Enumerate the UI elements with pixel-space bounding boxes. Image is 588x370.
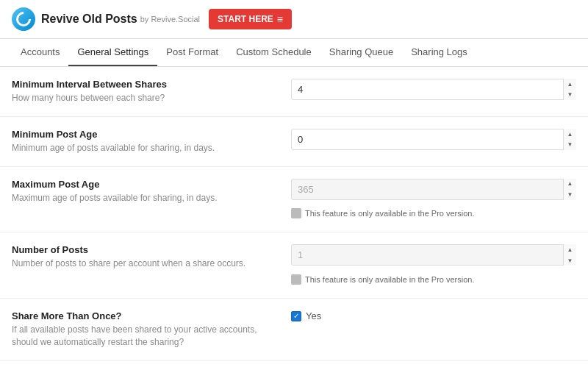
input-spinner: ▲ ▼: [563, 244, 576, 266]
setting-input-col: ▲ ▼: [291, 79, 576, 100]
app-header: Revive Old Posts by Revive.Social START …: [0, 0, 588, 39]
tab-sharing-logs[interactable]: Sharing Logs: [402, 39, 476, 66]
setting-title: Number of Posts: [12, 244, 276, 255]
setting-label-col: Number of Posts Number of posts to share…: [12, 244, 291, 270]
input-spinner: ▲ ▼: [563, 179, 576, 200]
spinner-down[interactable]: ▼: [564, 90, 576, 101]
spinner-down[interactable]: ▼: [564, 255, 576, 266]
setting-desc: If all available posts have been shared …: [12, 324, 276, 349]
pro-icon: [291, 208, 301, 218]
spinner-down[interactable]: ▼: [564, 139, 576, 150]
setting-label-col: Minimum Post Age Minimum age of posts av…: [12, 129, 291, 154]
tab-sharing-queue[interactable]: Sharing Queue: [320, 39, 402, 66]
minimum-interval-input[interactable]: [291, 79, 576, 100]
minimum-post-age-input[interactable]: [291, 129, 576, 150]
setting-input-col: ▲ ▼: [291, 244, 576, 266]
pro-notice: This feature is only available in the Pr…: [12, 270, 475, 286]
setting-input-col: ▲ ▼: [291, 179, 576, 200]
setting-input-col: ▲ ▼: [291, 129, 576, 150]
pro-row-content: Number of Posts Number of posts to share…: [12, 244, 576, 270]
setting-input-col: Yes: [291, 310, 576, 321]
start-here-button[interactable]: START HERE: [209, 9, 292, 29]
share-more-checkbox[interactable]: [291, 311, 301, 321]
spinner-up[interactable]: ▲: [564, 179, 576, 190]
setting-desc: Number of posts to share per account whe…: [12, 257, 276, 270]
share-more-label: Yes: [306, 310, 321, 321]
pro-notice-text: This feature is only available in the Pr…: [305, 275, 475, 284]
maximum-post-age-input[interactable]: [291, 179, 576, 200]
pro-row-content: Maximum Post Age Maximum age of posts av…: [12, 179, 576, 204]
setting-title: Maximum Post Age: [12, 179, 276, 190]
pro-notice-text: This feature is only available in the Pr…: [305, 209, 475, 218]
tab-accounts[interactable]: Accounts: [12, 39, 68, 66]
app-title: Revive Old Posts: [41, 13, 137, 26]
pro-notice: This feature is only available in the Pr…: [12, 204, 475, 220]
tab-general-settings[interactable]: General Settings: [68, 39, 157, 66]
setting-label-col: Minimum Interval Between Shares How many…: [12, 79, 291, 104]
setting-desc: Minimum age of posts available for shari…: [12, 142, 276, 154]
app-logo: [12, 7, 35, 31]
checkbox-wrapper: Yes: [291, 310, 321, 321]
setting-minimum-post-age: Minimum Post Age Minimum age of posts av…: [0, 117, 588, 167]
settings-content: Minimum Interval Between Shares How many…: [0, 67, 588, 370]
setting-label-col: Share More Than Once? If all available p…: [12, 310, 291, 349]
input-spinner: ▲ ▼: [563, 79, 576, 100]
setting-title: Minimum Interval Between Shares: [12, 79, 276, 90]
setting-title: Minimum Post Age: [12, 129, 276, 140]
input-wrapper: ▲ ▼: [291, 79, 576, 100]
pro-icon: [291, 274, 301, 285]
spinner-down[interactable]: ▼: [564, 189, 576, 200]
spinner-up[interactable]: ▲: [564, 79, 576, 90]
setting-maximum-post-age: Maximum Post Age Maximum age of posts av…: [0, 167, 588, 233]
setting-number-of-posts: Number of Posts Number of posts to share…: [0, 232, 588, 299]
input-wrapper: ▲ ▼: [291, 179, 576, 200]
setting-share-more-than-once: Share More Than Once? If all available p…: [0, 299, 588, 361]
spinner-up[interactable]: ▲: [564, 129, 576, 140]
spinner-up[interactable]: ▲: [564, 244, 576, 255]
input-wrapper: ▲ ▼: [291, 244, 576, 266]
nav-tabs: Accounts General Settings Post Format Cu…: [0, 39, 588, 67]
setting-label-col: Maximum Post Age Maximum age of posts av…: [12, 179, 291, 204]
setting-desc: Maximum age of posts available for shari…: [12, 192, 276, 204]
setting-post-types: Post Types Which post types should Reviv…: [0, 361, 588, 370]
setting-title: Share More Than Once?: [12, 310, 276, 321]
number-of-posts-input[interactable]: [291, 244, 576, 266]
tab-custom-schedule[interactable]: Custom Schedule: [227, 39, 320, 66]
tab-post-format[interactable]: Post Format: [157, 39, 227, 66]
input-spinner: ▲ ▼: [563, 129, 576, 150]
setting-desc: How many hours between each share?: [12, 92, 276, 104]
input-wrapper: ▲ ▼: [291, 129, 576, 150]
app-by: by Revive.Social: [140, 15, 200, 24]
setting-minimum-interval: Minimum Interval Between Shares How many…: [0, 67, 588, 117]
